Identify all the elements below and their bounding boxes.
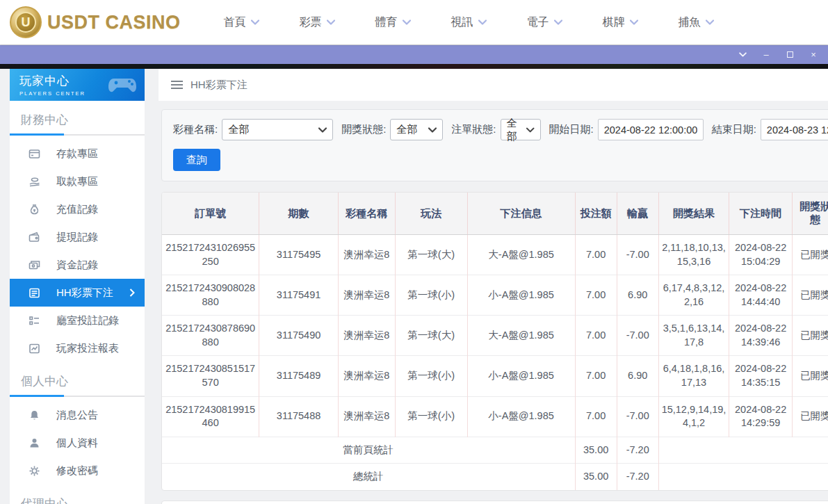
player-report-icon — [29, 343, 40, 355]
recharge-bag-icon — [29, 204, 40, 216]
sidebar-item-cashout-record[interactable]: 提現記錄 — [10, 223, 145, 251]
cell-period: 31175490 — [259, 316, 339, 356]
sidebar-item-hall-bet-record[interactable]: 廳室投註記錄 — [10, 307, 145, 334]
nav-label: 棋牌 — [603, 15, 625, 30]
cell-winloss: -7.00 — [617, 396, 658, 437]
chevron-down-icon[interactable] — [738, 50, 747, 60]
summary-empty — [658, 464, 828, 490]
sidebar-item-label: 消息公告 — [56, 409, 98, 422]
window-titlebar: – × — [0, 44, 828, 64]
section-title-agent: 代理中心 — [10, 485, 145, 504]
nav-item-video[interactable]: 視訊 — [451, 15, 487, 30]
cell-period: 31175491 — [259, 275, 339, 316]
sidebar-item-recharge-record[interactable]: 充值記錄 — [10, 195, 145, 223]
col-header-winloss: 輸贏 — [617, 193, 658, 235]
chevron-down-icon — [403, 19, 411, 25]
cell-bet-amount: 7.00 — [575, 235, 617, 275]
gamepad-icon — [107, 73, 139, 97]
sidebar-item-funds-record[interactable]: 資金記錄 — [10, 251, 145, 279]
cell-play-type: 第一球(小) — [395, 396, 467, 437]
sidebar-item-player-bet-report[interactable]: 玩家投注報表 — [10, 334, 145, 362]
sidebar-item-announcements[interactable]: 消息公告 — [10, 401, 145, 429]
nav-label: 視訊 — [451, 15, 473, 30]
summary-bet-total: 35.00 — [575, 437, 617, 464]
nav-label: 首頁 — [224, 15, 246, 30]
section-title-finance: 財務中心 — [10, 101, 145, 134]
select-value: 全部 — [396, 123, 417, 136]
brand-logo: U USDT CASINO — [10, 6, 181, 38]
close-icon[interactable]: × — [809, 50, 818, 60]
nav-item-home[interactable]: 首頁 — [224, 15, 259, 30]
end-date-label: 結束日期: — [712, 123, 756, 136]
cell-draw-status: 已開獎 — [792, 275, 828, 316]
cell-draw-result: 3,5,1,6,13,14,17,8 — [658, 316, 729, 356]
cell-period: 31175489 — [259, 356, 339, 396]
cell-lottery-name: 澳洲幸运8 — [338, 235, 395, 275]
order-status-select[interactable]: 全部 — [501, 119, 541, 140]
user-icon — [29, 437, 40, 449]
page-title: HH彩票下注 — [190, 79, 247, 92]
brand-name: USDT CASINO — [47, 12, 181, 33]
sidebar-item-hh-lottery-bets[interactable]: HH彩票下注 — [10, 279, 145, 307]
cell-order-no: 2152172430878690880 — [162, 316, 259, 356]
nav-item-fishing[interactable]: 捕魚 — [679, 15, 714, 30]
withdraw-hand-icon — [29, 176, 40, 188]
cell-order-no: 2152172430908028880 — [162, 275, 259, 316]
summary-winloss-total: -7.20 — [617, 464, 658, 490]
chevron-down-icon — [478, 19, 487, 25]
start-date-label: 開始日期: — [549, 123, 594, 136]
lottery-name-select[interactable]: 全部 — [222, 119, 333, 140]
sidebar-item-label: 個人資料 — [56, 437, 98, 450]
section-title-personal: 個人中心 — [10, 362, 145, 396]
table-row: 2152172431026955250 31175495 澳洲幸运8 第一球(大… — [162, 235, 828, 275]
cell-bet-time: 2024-08-22 14:44:40 — [729, 275, 793, 316]
col-header-bet-info: 下注信息 — [467, 193, 575, 235]
cell-bet-time: 2024-08-22 14:29:59 — [729, 396, 793, 437]
cell-lottery-name: 澳洲幸运8 — [338, 356, 395, 396]
col-header-bet-amount: 投注額 — [575, 193, 617, 235]
summary-empty — [658, 437, 828, 464]
decorative-strip — [0, 64, 828, 69]
cell-play-type: 第一球(小) — [395, 275, 467, 316]
cell-bet-info: 大-A盤@1.985 — [467, 316, 575, 356]
cell-bet-time: 2024-08-22 15:04:29 — [729, 235, 793, 275]
minimize-icon[interactable]: – — [761, 50, 771, 60]
col-header-draw-result: 開獎結果 — [658, 193, 729, 235]
cell-lottery-name: 澳洲幸运8 — [338, 275, 395, 316]
sidebar-item-withdraw[interactable]: 取款專區 — [10, 168, 145, 195]
breadcrumb: HH彩票下注 — [159, 69, 828, 101]
grand-total-summary-row: 總統計 35.00 -7.20 — [162, 464, 828, 490]
cell-draw-result: 15,12,9,14,19,4,1,2 — [658, 396, 729, 437]
cell-winloss: -7.00 — [617, 235, 658, 275]
search-button[interactable]: 查詢 — [173, 149, 220, 171]
table-row: 2152172430878690880 31175490 澳洲幸运8 第一球(大… — [162, 316, 828, 356]
summary-label: 當前頁統計 — [162, 437, 575, 464]
gear-icon — [29, 465, 40, 477]
bell-icon — [29, 409, 40, 421]
table-header-row: 訂單號 期數 彩種名稱 玩法 下注信息 投注額 輸贏 開獎結果 下注時間 開獎狀… — [162, 193, 828, 235]
nav-item-slots[interactable]: 電子 — [527, 15, 562, 30]
nav-item-poker[interactable]: 棋牌 — [603, 15, 638, 30]
lottery-bet-icon — [29, 287, 40, 299]
chevron-down-icon — [428, 127, 437, 133]
cell-draw-result: 6,17,4,8,3,12,2,16 — [658, 275, 729, 316]
sidebar-item-deposit[interactable]: 存款專區 — [10, 140, 145, 168]
cell-winloss: 6.90 — [617, 275, 658, 316]
draw-status-label: 開獎狀態: — [341, 123, 386, 136]
nav-item-lottery[interactable]: 彩票 — [300, 15, 335, 30]
chevron-down-icon — [251, 19, 259, 25]
nav-item-sports[interactable]: 體育 — [375, 15, 411, 30]
draw-status-select[interactable]: 全部 — [390, 119, 443, 140]
sidebar-item-label: HH彩票下注 — [56, 286, 113, 300]
cell-winloss: -7.00 — [617, 316, 658, 356]
chevron-down-icon — [706, 19, 714, 25]
sidebar-item-profile[interactable]: 個人資料 — [10, 429, 145, 457]
cashout-wallet-icon — [29, 231, 40, 243]
maximize-icon[interactable] — [785, 50, 795, 60]
start-date-input[interactable] — [598, 119, 704, 140]
end-date-input[interactable] — [761, 119, 828, 140]
hamburger-menu-icon[interactable] — [171, 81, 183, 89]
section-divider — [10, 134, 145, 136]
sidebar-item-change-password[interactable]: 修改密碼 — [10, 457, 145, 485]
cell-play-type: 第一球(小) — [395, 356, 467, 396]
